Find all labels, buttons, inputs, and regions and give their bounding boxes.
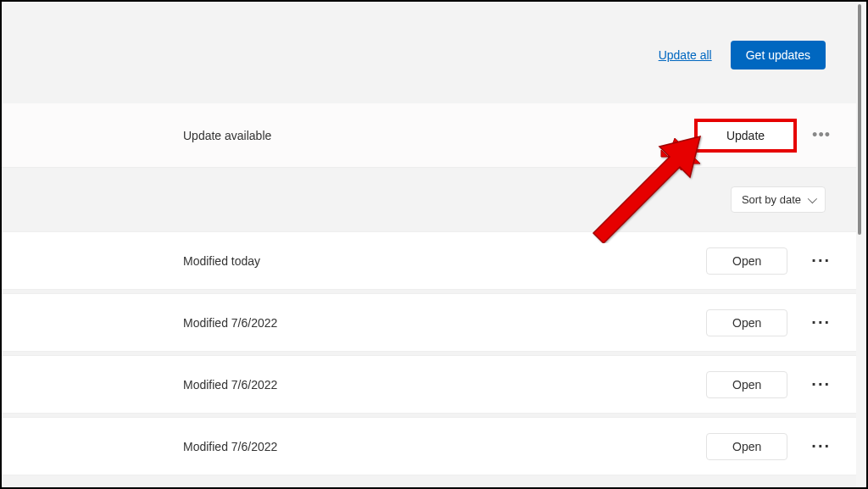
more-options-icon[interactable]: ··· (806, 247, 836, 274)
update-available-row: Update available Update ••• (2, 103, 856, 168)
list-item: Modified today Open ··· (2, 231, 856, 290)
modified-text: Modified 7/6/2022 (183, 440, 277, 453)
sort-label: Sort by date (742, 193, 801, 206)
modified-text: Modified 7/6/2022 (183, 378, 277, 392)
list-item: Modified 7/6/2022 Open ··· (2, 417, 856, 475)
item-actions: Open ··· (706, 309, 836, 336)
list-item: Modified 7/6/2022 Open ··· (2, 355, 856, 414)
modified-text: Modified 7/6/2022 (183, 316, 277, 330)
list-item: Modified 7/6/2022 Open ··· (2, 293, 856, 352)
update-row-actions: Update ••• (694, 119, 836, 153)
more-options-icon[interactable]: ••• (807, 123, 836, 147)
sort-by-button[interactable]: Sort by date (731, 186, 826, 213)
item-actions: Open ··· (706, 247, 836, 275)
header-actions: Update all Get updates (2, 2, 856, 103)
update-button[interactable]: Update (694, 119, 797, 153)
open-button[interactable]: Open (706, 433, 787, 460)
more-options-icon[interactable]: ··· (806, 309, 836, 336)
more-options-icon[interactable]: ··· (806, 371, 836, 397)
get-updates-button[interactable]: Get updates (731, 41, 826, 69)
update-status-text: Update available (183, 129, 271, 142)
more-options-icon[interactable]: ··· (806, 433, 836, 459)
open-button[interactable]: Open (706, 309, 787, 336)
modified-text: Modified today (183, 254, 260, 268)
item-actions: Open ··· (706, 433, 836, 460)
open-button[interactable]: Open (706, 371, 787, 398)
update-all-link[interactable]: Update all (659, 48, 712, 62)
scrollbar[interactable] (856, 4, 863, 242)
open-button[interactable]: Open (706, 247, 787, 275)
item-actions: Open ··· (706, 371, 836, 398)
sort-bar: Sort by date (2, 168, 856, 231)
main-content: Update all Get updates Update available … (2, 2, 856, 487)
scrollbar-thumb[interactable] (858, 4, 861, 235)
chevron-down-icon (808, 193, 817, 203)
